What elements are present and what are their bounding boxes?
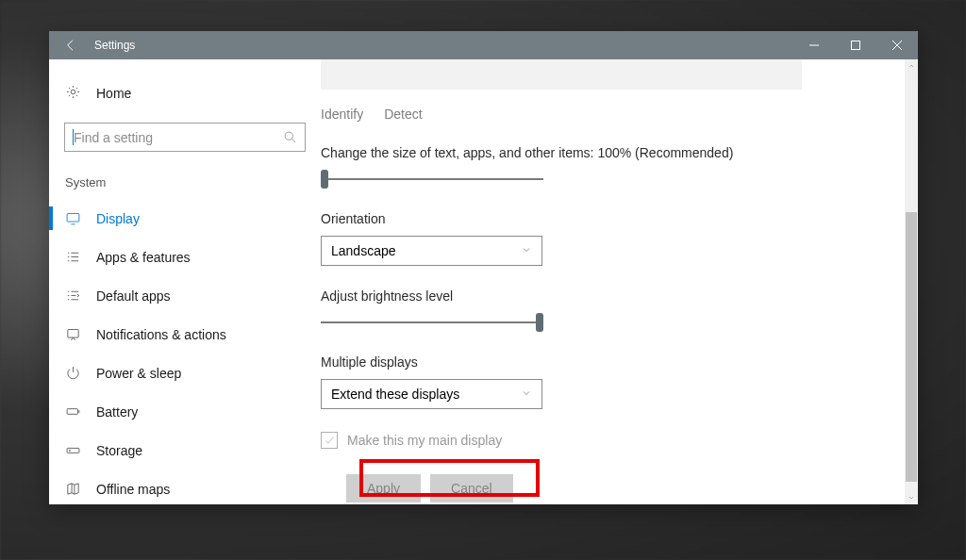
back-button[interactable] (49, 31, 92, 59)
svg-point-7 (69, 450, 70, 451)
sidebar-item-notifications[interactable]: Notifications & actions (49, 315, 321, 354)
sidebar-item-label: Display (96, 211, 140, 226)
scale-slider[interactable] (321, 170, 543, 189)
content-area: Identify Detect Change the size of text,… (321, 59, 918, 504)
maximize-button[interactable] (835, 31, 876, 59)
identify-button[interactable]: Identify (321, 107, 363, 122)
slider-thumb[interactable] (536, 313, 543, 332)
gear-icon (65, 84, 81, 103)
scroll-down-arrow[interactable] (905, 491, 918, 504)
sidebar-item-label: Default apps (96, 288, 171, 304)
scale-label: Change the size of text, apps, and other… (321, 145, 878, 160)
chevron-down-icon (521, 243, 532, 258)
svg-point-1 (71, 90, 75, 94)
svg-rect-5 (67, 409, 77, 415)
orientation-value: Landscape (331, 243, 396, 258)
cancel-button[interactable]: Cancel (430, 474, 513, 502)
sidebar-item-label: Power & sleep (96, 366, 181, 381)
storage-icon (65, 442, 81, 458)
svg-rect-4 (68, 330, 78, 338)
main-display-checkbox-row: Make this my main display (321, 432, 878, 449)
settings-window: Settings Home (49, 31, 918, 504)
search-field[interactable] (74, 130, 283, 145)
sidebar-item-battery[interactable]: Battery (49, 392, 321, 431)
sidebar-item-label: Offline maps (96, 482, 170, 497)
multiple-displays-select[interactable]: Extend these displays (321, 379, 542, 409)
sidebar-nav: Display Apps & features Default apps Not… (49, 199, 321, 504)
display-icon (65, 210, 81, 226)
svg-point-2 (285, 132, 292, 140)
svg-rect-0 (852, 41, 860, 50)
display-preview-panel[interactable] (321, 59, 802, 90)
sidebar-item-default-apps[interactable]: Default apps (49, 276, 321, 315)
titlebar: Settings (49, 31, 918, 59)
map-icon (65, 481, 81, 497)
minimize-button[interactable] (793, 31, 835, 59)
brightness-slider[interactable] (321, 313, 543, 332)
orientation-select[interactable]: Landscape (321, 236, 542, 266)
sidebar-item-label: Storage (96, 443, 142, 458)
detect-button[interactable]: Detect (384, 107, 422, 122)
close-button[interactable] (876, 31, 918, 59)
search-input[interactable] (64, 123, 306, 152)
notifications-icon (65, 326, 81, 342)
window-title: Settings (94, 39, 135, 52)
chevron-down-icon (521, 387, 532, 402)
sidebar-item-offline-maps[interactable]: Offline maps (49, 469, 321, 504)
defaults-icon (65, 288, 81, 304)
sidebar-item-label: Notifications & actions (96, 327, 226, 342)
home-button[interactable]: Home (49, 73, 321, 114)
section-header: System (49, 152, 321, 199)
sidebar-item-label: Battery (96, 404, 138, 420)
vertical-scrollbar[interactable] (905, 59, 918, 504)
apply-button[interactable]: Apply (346, 474, 421, 502)
home-label: Home (96, 86, 131, 101)
scrollbar-thumb[interactable] (906, 212, 917, 482)
brightness-label: Adjust brightness level (321, 288, 878, 304)
power-icon (65, 365, 81, 381)
sidebar-item-display[interactable]: Display (49, 199, 321, 238)
orientation-label: Orientation (321, 211, 878, 226)
slider-thumb[interactable] (321, 170, 328, 189)
search-icon (283, 130, 297, 144)
battery-icon (65, 404, 81, 420)
svg-rect-3 (67, 214, 79, 222)
multiple-displays-value: Extend these displays (331, 387, 459, 402)
list-icon (65, 249, 81, 265)
main-display-label: Make this my main display (347, 433, 502, 448)
multiple-displays-label: Multiple displays (321, 354, 878, 370)
sidebar-item-label: Apps & features (96, 250, 191, 265)
sidebar-item-apps-features[interactable]: Apps & features (49, 238, 321, 276)
sidebar-item-storage[interactable]: Storage (49, 431, 321, 469)
slider-track (321, 178, 543, 180)
main-display-checkbox[interactable] (321, 432, 338, 449)
sidebar-item-power-sleep[interactable]: Power & sleep (49, 354, 321, 392)
scroll-up-arrow[interactable] (905, 59, 918, 73)
slider-track (321, 321, 543, 323)
sidebar: Home System Display (49, 59, 321, 504)
